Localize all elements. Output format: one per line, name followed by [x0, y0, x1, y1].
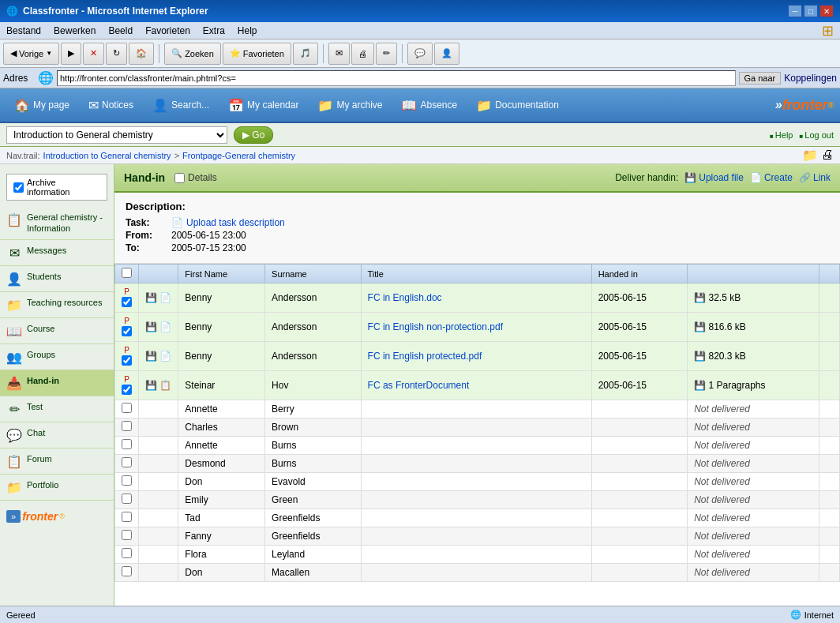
- back-button[interactable]: ◀ Vorige ▼: [3, 43, 59, 65]
- row-checkbox[interactable]: [122, 475, 132, 486]
- cell-handed-in: [591, 527, 688, 546]
- breadcrumb-link-2[interactable]: Frontpage-General chemistry: [182, 151, 295, 160]
- cell-extra: [819, 564, 839, 582]
- row-checkbox[interactable]: [122, 385, 132, 395]
- sidebar-item-chat[interactable]: 💬 Chat: [0, 422, 114, 448]
- discuss-button[interactable]: 💬: [407, 43, 433, 65]
- upload-icon: 💾: [684, 172, 696, 183]
- row-checkbox[interactable]: [122, 326, 132, 336]
- row-checkbox[interactable]: [122, 530, 132, 540]
- nav-archive[interactable]: 📁 My archive: [309, 95, 390, 116]
- sidebar-item-hand-in[interactable]: 📥 Hand-in: [0, 370, 114, 396]
- nav-absence[interactable]: 📖 Absence: [393, 95, 465, 116]
- links-label[interactable]: Koppelingen: [784, 73, 837, 84]
- help-link[interactable]: Help: [770, 130, 793, 140]
- cell-title: [361, 455, 591, 473]
- back-dropdown-icon: ▼: [46, 50, 52, 57]
- task-value-text[interactable]: Upload task description: [186, 217, 285, 228]
- favorites-icon: ⭐: [230, 48, 241, 58]
- nav-search[interactable]: 👤 Search...: [144, 95, 217, 116]
- refresh-button[interactable]: ↻: [106, 43, 127, 65]
- breadcrumb-link-1[interactable]: Introduction to General chemistry: [43, 151, 171, 160]
- menu-help[interactable]: Help: [238, 25, 257, 36]
- select-all-checkbox[interactable]: [122, 268, 132, 278]
- handin-details-toggle[interactable]: Details: [174, 172, 217, 183]
- row-checkbox[interactable]: [122, 355, 132, 366]
- hand-in-icon: 📥: [6, 376, 22, 391]
- archive-checkbox[interactable]: [13, 182, 24, 193]
- cell-handed-in: [591, 509, 688, 527]
- edit-button[interactable]: ✏: [376, 43, 397, 65]
- nav-my-page[interactable]: 🏠 My page: [6, 95, 77, 116]
- sidebar-item-students[interactable]: 👤 Students: [0, 266, 114, 292]
- app-nav: 🏠 My page ✉ Notices 👤 Search... 📅 My cal…: [0, 88, 840, 123]
- folder-icon[interactable]: 📁: [802, 148, 818, 163]
- floppy-icon: 💾: [145, 292, 157, 303]
- row-checkbox[interactable]: [122, 494, 132, 504]
- sidebar-item-course[interactable]: 📖 Course: [0, 318, 114, 344]
- cell-extra: [819, 283, 839, 313]
- row-checkbox[interactable]: [122, 548, 132, 558]
- stop-button[interactable]: ✕: [83, 43, 104, 65]
- go-button[interactable]: Ga naar: [739, 72, 782, 84]
- forward-button[interactable]: ▶: [61, 43, 81, 65]
- cell-check: P: [115, 342, 139, 371]
- deliver-handin-label: Deliver handin:: [615, 172, 678, 183]
- cell-firstname: Steinar: [178, 371, 265, 400]
- nav-notices[interactable]: ✉ Notices: [81, 95, 141, 116]
- nav-calendar[interactable]: 📅 My calendar: [220, 95, 306, 116]
- mail-button[interactable]: ✉: [328, 43, 350, 65]
- row-checkbox[interactable]: [122, 421, 132, 431]
- home-button[interactable]: 🏠: [129, 43, 154, 65]
- course-select[interactable]: Introduction to General chemistry: [6, 126, 227, 144]
- maximize-button[interactable]: □: [804, 5, 818, 17]
- cell-title[interactable]: FC in English non-protection.pdf: [361, 313, 591, 342]
- favorites-button[interactable]: ⭐ Favorieten: [223, 43, 291, 65]
- close-button[interactable]: ✕: [819, 5, 834, 17]
- sidebar-item-groups[interactable]: 👥 Groups: [0, 344, 114, 370]
- row-checkbox[interactable]: [122, 297, 132, 307]
- menu-favorieten[interactable]: Favorieten: [145, 25, 190, 36]
- nav-notices-label: Notices: [102, 99, 133, 111]
- messenger-button[interactable]: 👤: [434, 43, 459, 65]
- minimize-button[interactable]: ─: [788, 5, 802, 17]
- row-checkbox[interactable]: [122, 403, 132, 413]
- sidebar-item-teaching-resources[interactable]: 📁 Teaching resources: [0, 292, 114, 318]
- documentation-icon: 📁: [476, 98, 492, 113]
- menu-bestand[interactable]: Bestand: [6, 25, 41, 36]
- details-label: Details: [188, 172, 217, 183]
- row-checkbox[interactable]: [122, 457, 132, 467]
- cell-title[interactable]: FC as FronterDocument: [361, 371, 591, 400]
- logout-link[interactable]: Log out: [799, 130, 834, 140]
- forward-icon: ▶: [68, 48, 74, 58]
- table-row: Tad Greenfields Not delivered: [115, 509, 840, 527]
- sidebar-item-forum[interactable]: 📋 Forum: [0, 448, 114, 475]
- nav-documentation[interactable]: 📁 Documentation: [468, 95, 567, 116]
- cell-title[interactable]: FC in English.doc: [361, 283, 591, 313]
- menu-bewerken[interactable]: Bewerken: [54, 25, 96, 36]
- create-link[interactable]: 📄 Create: [750, 172, 793, 183]
- row-checkbox[interactable]: [122, 512, 132, 522]
- search-button[interactable]: 🔍 Zoeken: [164, 43, 221, 65]
- col-select-all: [115, 265, 139, 283]
- sidebar-item-general-chemistry[interactable]: 📋 General chemistry - Information: [0, 207, 114, 240]
- menu-extra[interactable]: Extra: [203, 25, 225, 36]
- cell-surname: Burns: [265, 455, 361, 473]
- details-checkbox[interactable]: [174, 173, 185, 183]
- search-icon: 🔍: [171, 48, 182, 58]
- sidebar-item-portfolio[interactable]: 📁 Portfolio: [0, 475, 114, 501]
- upload-file-link[interactable]: 💾 Upload file: [684, 172, 744, 183]
- sidebar-item-test[interactable]: ✏ Test: [0, 396, 114, 422]
- print-button[interactable]: 🖨: [351, 43, 374, 65]
- menu-beeld[interactable]: Beeld: [108, 25, 133, 36]
- link-link[interactable]: 🔗 Link: [799, 172, 831, 183]
- row-checkbox[interactable]: [122, 439, 132, 449]
- print-page-icon[interactable]: 🖨: [821, 148, 834, 163]
- sidebar-item-messages[interactable]: ✉ Messages: [0, 240, 114, 266]
- cell-title[interactable]: FC in English protected.pdf: [361, 342, 591, 371]
- cell-firstname: Annette: [178, 400, 265, 418]
- row-checkbox[interactable]: [122, 566, 132, 576]
- course-go-button[interactable]: ▶ Go: [234, 126, 273, 144]
- address-input[interactable]: [57, 70, 736, 86]
- media-button[interactable]: 🎵: [293, 43, 318, 65]
